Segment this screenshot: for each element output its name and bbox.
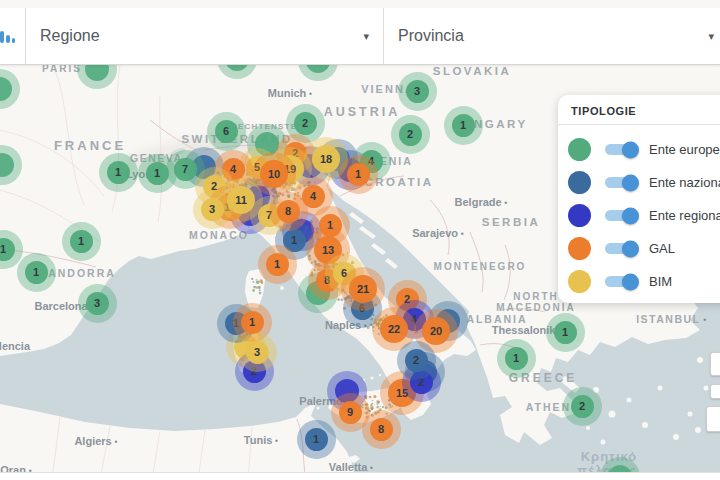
toggle-switch-gal[interactable] [605,243,636,254]
cluster-marker-europeo[interactable]: 1 [62,222,101,261]
app-logo[interactable] [0,8,26,64]
cluster-count: 1 [562,326,568,338]
type-color-dot [568,237,591,260]
cluster-circle: 3 [246,341,269,364]
cluster-circle: 1 [25,261,48,284]
top-bar: Regione ▾ Provincia ▾ [0,8,720,65]
cluster-count: 3 [94,297,100,309]
region-select[interactable]: Regione ▾ [26,8,384,64]
cluster-circle: 3 [201,198,224,221]
cluster-marker-europeo[interactable]: 3 [398,72,437,111]
legend-row-nazionale: Ente nazionale [568,166,720,199]
legend-panel: TIPOLOGIE Ente europeoEnte nazionaleEnte… [558,95,720,303]
cluster-count: 1 [249,316,255,328]
province-select[interactable]: Provincia ▾ [384,8,720,64]
cluster-marker-europeo[interactable]: 6 [207,112,246,151]
cluster-circle: 8 [370,418,393,441]
legend-row-europeo: Ente europeo [568,133,720,166]
cluster-circle: 1 [554,321,577,344]
cluster-marker-europeo[interactable]: 1 [99,153,138,192]
cluster-count: 1 [78,235,84,247]
map-control[interactable] [706,406,720,432]
cluster-circle: 2 [571,395,594,418]
legend-header: TIPOLOGIE [558,95,720,125]
cluster-count: 3 [414,85,420,97]
map-control[interactable] [710,384,720,399]
cluster-marker-europeo[interactable] [0,145,22,185]
cluster-marker-bim[interactable]: 3 [193,190,232,229]
cluster-marker-nazionale[interactable]: 2 [397,341,436,380]
cluster-circle: 6 [215,120,238,143]
cluster-marker-gal[interactable]: 1 [339,155,378,194]
cluster-marker-europeo[interactable]: 1 [497,339,536,378]
attribution-bar [0,472,720,480]
cluster-circle: 18 [312,145,340,173]
cluster-marker-gal[interactable]: 8 [362,410,401,449]
cluster-marker-europeo[interactable]: 2 [563,387,602,426]
cluster-circle: 1 [452,114,475,137]
cluster-count: 1 [154,167,160,179]
chevron-down-icon: ▾ [708,30,714,43]
cluster-circle: 1 [107,161,130,184]
cluster-marker-europeo[interactable] [0,69,20,109]
cluster-circle: 2 [399,123,422,146]
type-color-dot [568,204,591,227]
toggle-switch-bim[interactable] [605,276,636,287]
cluster-count: 10 [268,168,280,180]
toggle-switch-nazionale[interactable] [605,177,636,188]
map-control[interactable] [710,352,720,376]
cluster-marker-europeo[interactable]: 1 [17,253,56,292]
cluster-count: 8 [378,423,384,435]
toggle-switch-europeo[interactable] [605,144,636,155]
cluster-marker-europeo[interactable]: 2 [391,115,430,154]
cluster-circle: 1 [70,230,93,253]
type-color-dot [568,138,591,161]
province-select-value: Provincia [398,27,464,45]
cluster-count: 1 [115,166,121,178]
toggle-knob [622,240,639,257]
cluster-count: 1 [355,168,361,180]
cluster-count: 2 [413,354,419,366]
cluster-circle: 2 [294,112,317,135]
cluster-count: 9 [347,406,353,418]
cluster-count: 1 [313,433,319,445]
cluster-count: 6 [223,125,229,137]
cluster-marker-europeo[interactable]: 1 [546,313,585,352]
cluster-circle: 1 [266,253,289,276]
legend-row-bim: BIM [568,265,720,298]
toggle-knob [622,174,639,191]
toggle-knob [622,207,639,224]
cluster-circle: 1 [505,347,528,370]
legend-item-label: Ente nazionale [649,175,720,190]
cluster-circle: 3 [86,292,109,315]
cluster-circle: 9 [339,401,362,424]
cluster-marker-gal[interactable]: 1 [258,245,297,284]
chevron-down-icon: ▾ [363,30,369,43]
cluster-count: 2 [302,117,308,129]
cluster-count: 1 [513,352,519,364]
cluster-count: 22 [388,323,400,335]
cluster-marker-bim[interactable]: 3 [238,333,277,372]
cluster-marker-europeo[interactable]: 1 [444,106,483,145]
cluster-marker-europeo[interactable]: 3 [78,284,117,323]
cluster-count: 8 [285,205,291,217]
cluster-marker-gal[interactable]: 8 [269,192,308,231]
cluster-count: 1 [274,258,280,270]
cluster-count: 2 [579,400,585,412]
cluster-count: 4 [310,190,316,202]
type-color-dot [568,171,591,194]
cluster-count: 1 [0,243,6,255]
legend-rows: Ente europeoEnte nazionaleEnte regionale… [558,133,720,298]
cluster-circle: 3 [406,80,429,103]
cluster-count: 1 [460,119,466,131]
type-color-dot [568,270,591,293]
cluster-count: 21 [357,283,369,295]
cluster-marker-europeo[interactable]: 1 [138,154,177,193]
app-window: PARISFRANCESWITZERLANDLIECHTENSTEINAUSTR… [0,0,720,480]
cluster-circle: 1 [347,163,370,186]
cluster-circle: 2 [405,349,428,372]
cluster-count: 3 [209,203,215,215]
cluster-count: 3 [254,346,260,358]
toggle-switch-regionale[interactable] [605,210,636,221]
cluster-marker-gal[interactable]: 21 [341,267,385,311]
